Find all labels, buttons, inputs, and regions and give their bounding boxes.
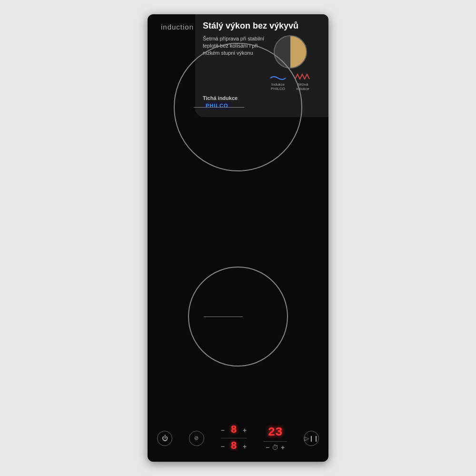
lock-icon: ⊘ [194,435,198,441]
induction-label: induction [161,23,194,31]
burner-small [188,267,288,367]
zone1-value-top: 8 [227,424,240,436]
cooktop: induction Stálý výkon bez výkyvů Šetrná … [148,14,328,462]
zone2-minus[interactable]: − [266,444,269,451]
burner-large [174,43,302,171]
zone1-plus-bottom[interactable]: + [243,443,247,450]
zone2-divider [263,441,287,442]
zone1-bottom-row: − 8 + [221,440,247,452]
zone1-display-group: − 8 + − 8 + [221,424,247,452]
playpause-button[interactable]: ▷❙❙ [304,431,319,446]
zone2-value: 23 [263,425,287,439]
zone2-display-group: 23 − ⏱ + [263,425,287,451]
lock-button[interactable]: ⊘ [189,431,204,446]
power-icon: ⏻ [162,435,168,442]
zone2-timer-row: − ⏱ + [266,444,285,451]
zone1-minus-top[interactable]: − [221,426,225,434]
zone1-divider [221,438,247,438]
zone2-plus[interactable]: + [281,444,285,451]
playpause-icon: ▷❙❙ [305,435,318,442]
zone1-plus-top[interactable]: + [243,426,247,434]
zone1-minus-bottom[interactable]: − [221,443,225,450]
regular-wave-icon [294,73,311,81]
power-button[interactable]: ⏻ [157,431,172,446]
zone1-top-row: − 8 + [221,424,247,436]
clock-icon: ⏱ [272,444,278,451]
info-title: Stálý výkon bez výkyvů [203,21,321,31]
control-panel: ⏻ ⊘ − 8 + − 8 + 23 − ⏱ [148,424,328,452]
zone1-value-bottom: 8 [227,440,240,452]
